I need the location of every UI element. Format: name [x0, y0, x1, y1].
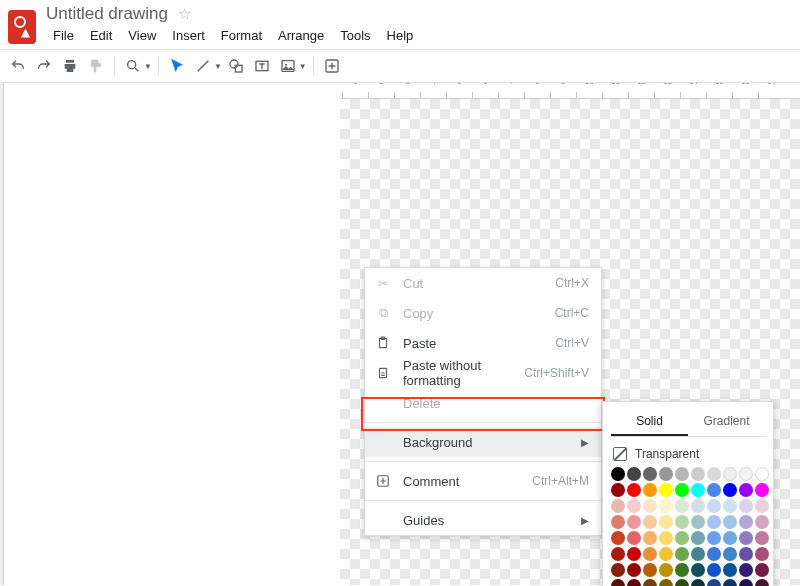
color-swatch[interactable] [755, 515, 769, 529]
menu-tools[interactable]: Tools [333, 26, 377, 45]
dropdown-caret-icon[interactable]: ▼ [299, 62, 307, 71]
color-swatch[interactable] [707, 531, 721, 545]
color-swatch[interactable] [739, 483, 753, 497]
color-swatch[interactable] [723, 515, 737, 529]
color-swatch[interactable] [659, 467, 673, 481]
document-title[interactable]: Untitled drawing ☆ [46, 4, 420, 24]
color-swatch[interactable] [707, 483, 721, 497]
color-swatch[interactable] [611, 563, 625, 577]
color-swatch[interactable] [675, 499, 689, 513]
color-swatch[interactable] [675, 483, 689, 497]
color-swatch[interactable] [659, 547, 673, 561]
select-tool-button[interactable] [165, 54, 189, 78]
color-swatch[interactable] [675, 531, 689, 545]
textbox-tool-button[interactable] [250, 54, 274, 78]
menu-format[interactable]: Format [214, 26, 269, 45]
color-swatch[interactable] [723, 499, 737, 513]
color-swatch[interactable] [739, 579, 753, 586]
color-swatch[interactable] [739, 515, 753, 529]
color-swatch[interactable] [755, 547, 769, 561]
color-swatch[interactable] [755, 579, 769, 586]
dropdown-caret-icon[interactable]: ▼ [214, 62, 222, 71]
color-swatch[interactable] [723, 563, 737, 577]
star-icon[interactable]: ☆ [178, 5, 191, 23]
color-swatch[interactable] [627, 467, 641, 481]
color-swatch[interactable] [659, 531, 673, 545]
color-swatch[interactable] [691, 483, 705, 497]
color-swatch[interactable] [707, 579, 721, 586]
undo-button[interactable] [6, 54, 30, 78]
color-swatch[interactable] [659, 579, 673, 586]
color-swatch[interactable] [707, 563, 721, 577]
color-swatch[interactable] [627, 579, 641, 586]
color-swatch[interactable] [707, 499, 721, 513]
color-swatch[interactable] [739, 531, 753, 545]
color-swatch[interactable] [643, 563, 657, 577]
insert-button[interactable] [320, 54, 344, 78]
color-swatch[interactable] [707, 547, 721, 561]
color-swatch[interactable] [707, 515, 721, 529]
color-swatch[interactable] [723, 531, 737, 545]
color-swatch[interactable] [755, 563, 769, 577]
menu-insert[interactable]: Insert [165, 26, 212, 45]
line-tool-button[interactable] [191, 54, 215, 78]
color-swatch[interactable] [643, 531, 657, 545]
color-swatch[interactable] [611, 499, 625, 513]
shape-tool-button[interactable] [224, 54, 248, 78]
paint-format-button[interactable] [84, 54, 108, 78]
color-swatch[interactable] [691, 563, 705, 577]
color-swatch[interactable] [691, 499, 705, 513]
dropdown-caret-icon[interactable]: ▼ [144, 62, 152, 71]
color-swatch[interactable] [691, 547, 705, 561]
color-swatch[interactable] [675, 563, 689, 577]
context-paste[interactable]: Paste Ctrl+V [365, 328, 601, 358]
zoom-button[interactable] [121, 54, 145, 78]
color-swatch[interactable] [707, 467, 721, 481]
menu-view[interactable]: View [121, 26, 163, 45]
menu-edit[interactable]: Edit [83, 26, 119, 45]
color-swatch[interactable] [627, 499, 641, 513]
transparent-option[interactable]: Transparent [611, 443, 765, 467]
color-swatch[interactable] [675, 515, 689, 529]
menu-file[interactable]: File [46, 26, 81, 45]
color-swatch[interactable] [723, 467, 737, 481]
color-swatch[interactable] [611, 531, 625, 545]
context-background[interactable]: Background ▶ [365, 427, 601, 457]
color-swatch[interactable] [611, 579, 625, 586]
color-swatch[interactable] [691, 531, 705, 545]
color-swatch[interactable] [627, 515, 641, 529]
color-swatch[interactable] [675, 579, 689, 586]
print-button[interactable] [58, 54, 82, 78]
color-swatch[interactable] [691, 515, 705, 529]
color-swatch[interactable] [675, 547, 689, 561]
color-swatch[interactable] [643, 499, 657, 513]
color-swatch[interactable] [643, 579, 657, 586]
menu-help[interactable]: Help [380, 26, 421, 45]
color-swatch[interactable] [755, 483, 769, 497]
context-guides[interactable]: Guides ▶ [365, 505, 601, 535]
color-swatch[interactable] [611, 467, 625, 481]
color-swatch[interactable] [723, 547, 737, 561]
document-title-text[interactable]: Untitled drawing [46, 4, 168, 24]
image-tool-button[interactable] [276, 54, 300, 78]
color-swatch[interactable] [643, 467, 657, 481]
color-swatch[interactable] [739, 499, 753, 513]
tab-gradient[interactable]: Gradient [688, 408, 765, 436]
color-swatch[interactable] [659, 515, 673, 529]
color-swatch[interactable] [627, 531, 641, 545]
color-swatch[interactable] [659, 563, 673, 577]
redo-button[interactable] [32, 54, 56, 78]
color-swatch[interactable] [659, 499, 673, 513]
color-swatch[interactable] [643, 515, 657, 529]
color-swatch[interactable] [723, 483, 737, 497]
color-swatch[interactable] [627, 563, 641, 577]
context-comment[interactable]: Comment Ctrl+Alt+M [365, 466, 601, 496]
color-swatch[interactable] [675, 467, 689, 481]
color-swatch[interactable] [611, 515, 625, 529]
color-swatch[interactable] [611, 483, 625, 497]
color-swatch[interactable] [643, 483, 657, 497]
color-swatch[interactable] [627, 483, 641, 497]
context-paste-plain[interactable]: Paste without formatting Ctrl+Shift+V [365, 358, 601, 388]
color-swatch[interactable] [691, 467, 705, 481]
color-swatch[interactable] [643, 547, 657, 561]
